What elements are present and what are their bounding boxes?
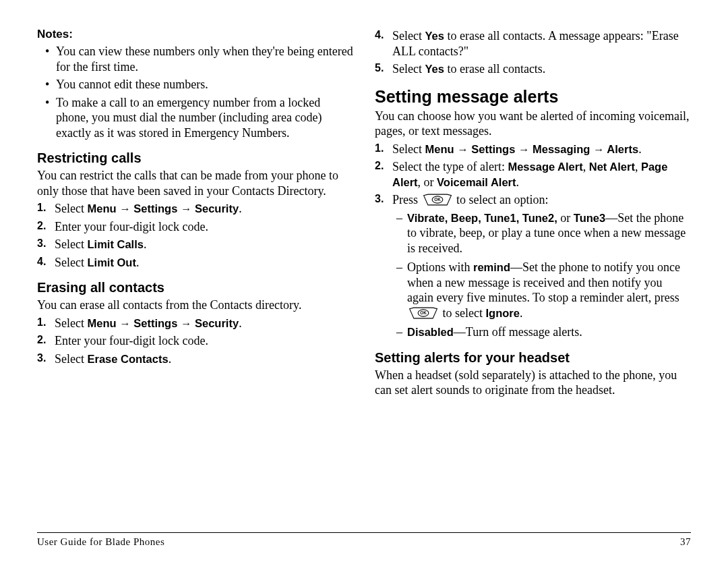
step-item: Enter your four-digit lock code.	[52, 333, 353, 349]
step-item: Select Menu → Settings → Security.	[52, 201, 353, 217]
list-item: Disabled—Turn off message alerts.	[407, 324, 691, 340]
ok-key-icon	[423, 193, 452, 206]
step-item: Enter your four-digit lock code.	[52, 219, 353, 235]
ok-key-icon	[408, 306, 438, 320]
restricting-calls-steps: Select Menu → Settings → Security. Enter…	[37, 201, 353, 270]
step-item: Select the type of alert: Message Alert,…	[390, 159, 691, 190]
restricting-calls-body: You can restrict the calls that can be m…	[37, 168, 353, 198]
list-item: Vibrate, Beep, Tune1, Tune2, or Tune3—Se…	[407, 210, 691, 256]
page-number: 37	[680, 536, 691, 548]
step-item: Select Yes to erase all contacts.	[390, 61, 691, 77]
erasing-contacts-steps: Select Menu → Settings → Security. Enter…	[37, 316, 353, 367]
step-item: Select Limit Calls.	[52, 237, 353, 252]
list-item: You cannot edit these numbers.	[56, 77, 353, 92]
alert-options: Vibrate, Beep, Tune1, Tune2, or Tune3—Se…	[392, 210, 691, 340]
step-item: Select Menu → Settings → Messaging → Ale…	[390, 142, 691, 157]
erasing-contacts-body: You can erase all contacts from the Cont…	[37, 298, 353, 313]
left-column: Notes: You can view these numbers only w…	[37, 27, 353, 401]
step-item: Select Erase Contacts.	[52, 351, 353, 367]
step-item: Select Yes to erase all contacts. A mess…	[390, 28, 691, 59]
erasing-contacts-steps-cont: Select Yes to erase all contacts. A mess…	[375, 28, 691, 77]
restricting-calls-heading: Restricting calls	[37, 150, 353, 167]
setting-message-alerts-heading: Setting message alerts	[375, 86, 691, 107]
footer-title: User Guide for Blade Phones	[37, 536, 164, 548]
headset-alerts-body: When a headset (sold separately) is atta…	[375, 368, 691, 398]
step-item: Select Limit Out.	[52, 255, 353, 271]
notes-heading: Notes:	[37, 27, 353, 41]
step-item: Press to select an option: Vibrate, Beep…	[390, 192, 691, 340]
list-item: You can view these numbers only when the…	[56, 44, 353, 74]
page-footer: User Guide for Blade Phones 37	[37, 532, 691, 548]
alerts-steps: Select Menu → Settings → Messaging → Ale…	[375, 142, 691, 340]
setting-message-alerts-body: You can choose how you want be alerted o…	[375, 109, 691, 139]
step-item: Select Menu → Settings → Security.	[52, 316, 353, 331]
list-item: To make a call to an emergency number fr…	[56, 95, 353, 141]
erasing-contacts-heading: Erasing all contacts	[37, 279, 353, 296]
headset-alerts-heading: Setting alerts for your headset	[375, 349, 691, 366]
list-item: Options with remind—Set the phone to not…	[407, 260, 691, 320]
notes-list: You can view these numbers only when the…	[37, 44, 353, 140]
right-column: Select Yes to erase all contacts. A mess…	[375, 27, 691, 401]
